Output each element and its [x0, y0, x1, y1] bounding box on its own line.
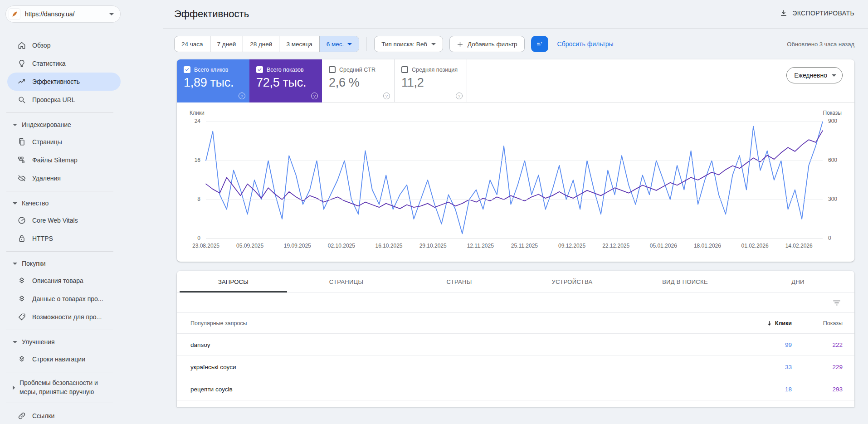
range-28d-button[interactable]: 28 дней — [243, 36, 279, 52]
search-icon — [17, 95, 26, 104]
help-icon[interactable]: ? — [239, 93, 245, 99]
checkbox-checked-icon[interactable] — [256, 66, 263, 73]
sidebar-item-merchant-listings[interactable]: Данные о товарах про... — [0, 290, 127, 308]
sidebar-item-removals[interactable]: Удаления — [0, 169, 127, 187]
checkbox-unchecked-icon[interactable] — [401, 66, 408, 73]
sliders-sparkle-icon — [536, 40, 544, 48]
metric-card-total-clicks[interactable]: Всего кликов 1,89 тыс. ? — [177, 59, 249, 102]
sidebar-item-pages[interactable]: Страницы — [0, 133, 127, 151]
divider — [6, 112, 113, 113]
add-filter-button[interactable]: Добавить фильтр — [449, 36, 525, 52]
gridline — [206, 200, 823, 200]
chart-plot[interactable]: 2490016600830000 — [206, 122, 823, 239]
range-6m-label: 6 мес. — [327, 37, 344, 52]
chevron-down-icon — [832, 74, 836, 77]
gauge-icon — [17, 216, 26, 225]
column-clicks-label: Клики — [775, 320, 792, 327]
metric-card-average-ctr[interactable]: Средний CTR 2,6 % ? — [322, 59, 395, 102]
tab-countries[interactable]: СТРАНЫ — [403, 271, 516, 292]
y-axis-tick-left: 16 — [195, 157, 200, 163]
impressions-cell: 229 — [792, 364, 843, 370]
query-cell: українські соуси — [190, 364, 728, 370]
tab-dates[interactable]: ДНИ — [741, 271, 854, 292]
table-row[interactable]: українські соуси 33 229 — [177, 356, 854, 378]
column-impressions-header[interactable]: Показы — [792, 320, 843, 327]
sidebar-item-sitemaps[interactable]: Файлы Sitemap — [0, 151, 127, 169]
metric-card-average-position[interactable]: Средняя позиция 11,2 ? — [395, 59, 467, 102]
metric-value: 1,89 тыс. — [184, 76, 243, 90]
left-axis-title: Клики — [190, 110, 205, 116]
sidebar-item-label: Статистика — [32, 60, 66, 67]
help-icon[interactable]: ? — [383, 93, 390, 99]
reset-filters-link[interactable]: Сбросить фильтры — [557, 40, 614, 48]
search-type-filter[interactable]: Тип поиска: Веб — [374, 36, 443, 52]
table-filter-icon[interactable] — [833, 299, 841, 307]
checkbox-unchecked-icon[interactable] — [329, 66, 336, 73]
table-row[interactable]: рецепти соусів 18 293 — [177, 378, 854, 400]
sidebar-item-links[interactable]: Ссылки — [0, 407, 127, 424]
sidebar-item-core-web-vitals[interactable]: Core Web Vitals — [0, 211, 127, 229]
y-axis-tick-right: 600 — [828, 157, 837, 163]
sidebar-section-enhancements[interactable]: Улучшения — [0, 334, 127, 350]
y-axis-tick-left: 8 — [197, 196, 200, 202]
table-row[interactable]: dansoy 99 222 — [177, 334, 854, 356]
sidebar-item-breadcrumbs[interactable]: Строки навигации — [0, 350, 127, 368]
sidebar-item-performance[interactable]: Эффективность — [7, 73, 121, 91]
chevron-down-icon — [13, 202, 17, 205]
home-icon — [17, 41, 26, 50]
checkbox-checked-icon[interactable] — [184, 66, 190, 73]
help-icon[interactable]: ? — [311, 93, 318, 99]
sidebar-item-label: Страницы — [32, 138, 62, 146]
property-selector[interactable]: https://dansoy.ua/ — [5, 5, 121, 23]
metric-card-total-impressions[interactable]: Всего показов 72,5 тыс. ? — [249, 59, 322, 102]
range-3m-button[interactable]: 3 месяца — [279, 36, 319, 52]
x-axis-tick: 18.01.2026 — [694, 243, 721, 249]
sidebar-section-experience[interactable]: Качество — [0, 195, 127, 211]
sidebar-section-shopping[interactable]: Покупки — [0, 255, 127, 272]
sidebar-item-security-manual-actions[interactable]: Проблемы безопасности и меры, принятые в… — [0, 376, 127, 399]
dimensions-table-card: ЗАПРОСЫ СТРАНИЦЫ СТРАНЫ УСТРОЙСТВА ВИД В… — [177, 271, 854, 407]
x-axis-tick: 12.11.2025 — [467, 243, 494, 249]
clicks-cell: 33 — [728, 364, 792, 370]
pages-icon — [17, 137, 26, 146]
y-axis-tick-right: 900 — [828, 118, 837, 124]
export-button[interactable]: ЭКСПОРТИРОВАТЬ — [780, 9, 854, 17]
download-icon — [780, 9, 788, 17]
tab-search-appearance[interactable]: ВИД В ПОИСКЕ — [629, 271, 741, 292]
column-clicks-header[interactable]: Клики — [728, 320, 792, 327]
series-Показы — [206, 131, 823, 209]
sidebar-item-shopping-opportunities[interactable]: Возможности для про... — [0, 308, 127, 326]
filter-settings-button[interactable] — [531, 36, 548, 52]
table-header-row: Популярные запросы Клики Показы — [177, 313, 854, 334]
granularity-select[interactable]: Ежедневно — [786, 67, 843, 83]
sidebar-section-indexing[interactable]: Индексирование — [0, 117, 127, 133]
range-6m-button[interactable]: 6 мес. — [319, 36, 359, 52]
layers-icon — [17, 355, 26, 364]
lightbulb-icon — [17, 59, 26, 68]
section-title: Индексирование — [22, 121, 71, 128]
sidebar-item-label: HTTPS — [32, 235, 53, 242]
right-axis-title: Показы — [823, 110, 842, 116]
sidebar-item-label: Проблемы безопасности и меры, принятые в… — [20, 379, 115, 396]
column-query-header[interactable]: Популярные запросы — [190, 320, 728, 327]
link-icon — [17, 411, 26, 420]
clicks-cell: 18 — [728, 386, 792, 393]
sidebar-item-https[interactable]: HTTPS — [0, 229, 127, 248]
help-icon[interactable]: ? — [456, 93, 463, 99]
tab-devices[interactable]: УСТРОЙСТВА — [516, 271, 629, 292]
layers-icon — [17, 276, 26, 285]
chevron-down-icon — [13, 341, 17, 343]
lock-icon — [17, 234, 26, 243]
sidebar-item-product-snippets[interactable]: Описания товара — [0, 272, 127, 290]
sidebar-item-label: Данные о товарах про... — [32, 295, 103, 302]
tab-pages[interactable]: СТРАНИЦЫ — [290, 271, 403, 292]
sidebar-item-url-inspection[interactable]: Проверка URL — [0, 91, 127, 109]
y-axis-tick-left: 0 — [197, 235, 200, 241]
page-header: Эффективность ЭКСПОРТИРОВАТЬ — [127, 0, 868, 28]
range-7d-button[interactable]: 7 дней — [210, 36, 243, 52]
tab-queries[interactable]: ЗАПРОСЫ — [177, 271, 290, 292]
range-24h-button[interactable]: 24 часа — [175, 36, 210, 52]
chevron-right-icon — [13, 385, 15, 390]
sidebar-item-insights[interactable]: Статистика — [0, 54, 127, 73]
sidebar-item-overview[interactable]: Обзор — [0, 36, 127, 54]
